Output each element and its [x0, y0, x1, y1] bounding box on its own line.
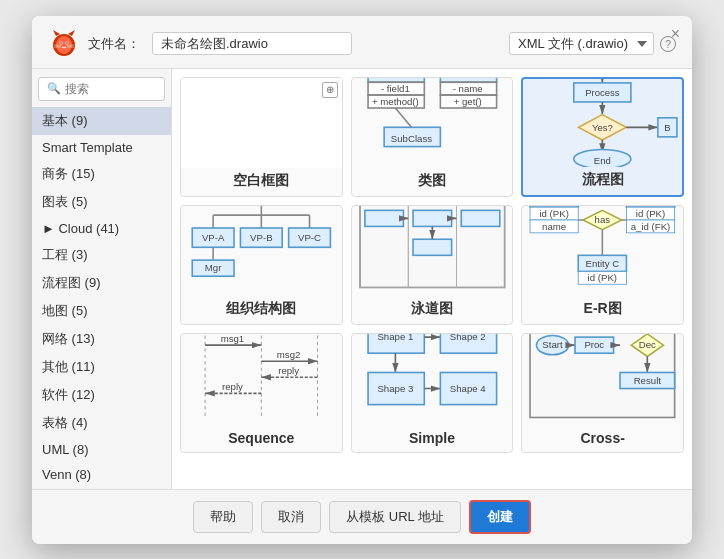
svg-text:+ get(): + get() — [453, 96, 481, 107]
template-card-class[interactable]: ⊕ ClassName - field1 + method() ClassB — [351, 77, 514, 197]
filename-label: 文件名： — [88, 35, 140, 53]
svg-text:Mgr: Mgr — [205, 262, 222, 273]
template-thumb-class: ⊕ ClassName - field1 + method() ClassB — [352, 77, 513, 168]
template-card-swimlane[interactable]: ⊕ Process Lane 1 Lane 2 — [351, 205, 514, 325]
template-card-cross[interactable]: ⊕ Col 1 Col 2 Col 3 — [521, 333, 684, 453]
dialog-body: 🔍 基本 (9) Smart Template 商务 (15) 图表 (5) ►… — [32, 69, 692, 489]
help-button[interactable]: 帮助 — [193, 501, 253, 533]
template-thumb-org: ⊕ CEO VP-A VP-B — [181, 205, 342, 296]
svg-marker-3 — [68, 30, 75, 36]
dialog: 文件名： XML 文件 (.drawio)PNG 图片 (.png)SVG 图片… — [32, 16, 692, 544]
sidebar-item-charts[interactable]: 图表 (5) — [32, 188, 171, 216]
filename-input[interactable] — [152, 32, 352, 55]
svg-text:VP-C: VP-C — [298, 232, 321, 243]
template-thumb-blank: ⊕ — [181, 78, 342, 168]
template-label-org: 组织结构图 — [226, 296, 296, 324]
svg-text:Shape 4: Shape 4 — [449, 383, 486, 394]
svg-text:VP-B: VP-B — [250, 232, 272, 243]
template-thumb-er: ⊕ Entity A id (PK) name has — [522, 205, 683, 296]
create-button[interactable]: 创建 — [469, 500, 531, 534]
sidebar-item-cloud[interactable]: ► Cloud (41) — [32, 216, 171, 241]
template-thumb-swimlane: ⊕ Process Lane 1 Lane 2 — [352, 205, 513, 296]
template-label-sequence: Sequence — [228, 426, 294, 452]
template-label-er: E-R图 — [584, 296, 622, 324]
template-card-blank[interactable]: ⊕ 空白框图 — [180, 77, 343, 197]
cancel-button[interactable]: 取消 — [261, 501, 321, 533]
svg-text:Result: Result — [634, 375, 662, 386]
sidebar-item-other[interactable]: 其他 (11) — [32, 353, 171, 381]
logo-icon — [48, 28, 80, 60]
svg-text:Dec: Dec — [639, 339, 656, 350]
svg-text:VP-A: VP-A — [202, 232, 225, 243]
template-grid: ⊕ 空白框图 ⊕ ClassName - field1 — [180, 77, 684, 453]
sidebar-item-business[interactable]: 商务 (15) — [32, 160, 171, 188]
svg-rect-76 — [413, 239, 452, 255]
template-card-er[interactable]: ⊕ Entity A id (PK) name has — [521, 205, 684, 325]
svg-text:reply: reply — [278, 365, 299, 376]
search-box: 🔍 — [38, 77, 165, 101]
svg-text:Start: Start — [543, 339, 564, 350]
svg-point-1 — [56, 36, 72, 54]
format-select[interactable]: XML 文件 (.drawio)PNG 图片 (.png)SVG 图片 (.sv… — [509, 32, 654, 55]
sidebar-item-table[interactable]: 表格 (4) — [32, 409, 171, 437]
svg-rect-71 — [365, 210, 404, 226]
template-label-simple: Simple — [409, 426, 455, 452]
svg-text:reply: reply — [222, 381, 243, 392]
template-card-simple[interactable]: ⊕ Shape 1 Shape 2 Shape 3 — [351, 333, 514, 453]
svg-text:Lane 1: Lane 1 — [369, 205, 398, 206]
url-button[interactable]: 从模板 URL 地址 — [329, 501, 461, 533]
sidebar-item-basic[interactable]: 基本 (9) — [32, 107, 171, 135]
template-thumb-sequence: ⊕ Actor A Actor B Actor C — [181, 333, 342, 426]
svg-text:B: B — [665, 121, 671, 132]
search-icon: 🔍 — [47, 82, 61, 95]
svg-text:ClassB: ClassB — [452, 77, 483, 80]
svg-text:SubClass: SubClass — [391, 133, 432, 144]
svg-text:id (PK): id (PK) — [540, 208, 569, 219]
content-area: ⊕ 空白框图 ⊕ ClassName - field1 — [172, 69, 692, 489]
template-card-org[interactable]: ⊕ CEO VP-A VP-B — [180, 205, 343, 325]
svg-text:Shape 2: Shape 2 — [449, 333, 485, 343]
template-label-cross: Cross- — [580, 426, 624, 452]
template-thumb-simple: ⊕ Shape 1 Shape 2 Shape 3 — [352, 333, 513, 426]
svg-text:Process: Process — [585, 86, 620, 97]
sidebar-item-network[interactable]: 网络 (13) — [32, 325, 171, 353]
svg-text:- name: - name — [452, 83, 482, 94]
format-container: XML 文件 (.drawio)PNG 图片 (.png)SVG 图片 (.sv… — [509, 32, 676, 55]
title-bar: 文件名： XML 文件 (.drawio)PNG 图片 (.png)SVG 图片… — [32, 16, 692, 69]
svg-text:has: has — [595, 214, 611, 225]
svg-text:Entity C: Entity C — [586, 258, 620, 269]
template-thumb-cross: ⊕ Col 1 Col 2 Col 3 — [522, 333, 683, 426]
footer: 帮助 取消 从模板 URL 地址 创建 — [32, 489, 692, 544]
svg-rect-73 — [413, 210, 452, 226]
svg-point-6 — [60, 42, 62, 44]
close-button[interactable]: × — [671, 26, 680, 42]
sidebar-item-flowchart[interactable]: 流程图 (9) — [32, 269, 171, 297]
svg-text:Lane 2: Lane 2 — [417, 205, 446, 206]
svg-text:id (PK): id (PK) — [588, 272, 617, 283]
sidebar-item-engineering[interactable]: 工程 (3) — [32, 241, 171, 269]
svg-text:ClassName: ClassName — [370, 77, 420, 80]
svg-rect-75 — [461, 210, 500, 226]
search-input[interactable] — [65, 82, 156, 96]
template-card-flowchart[interactable]: ⊕ Start — [521, 77, 684, 197]
sidebar-item-uml[interactable]: UML (8) — [32, 437, 171, 462]
svg-text:Shape 3: Shape 3 — [377, 383, 413, 394]
template-label-flowchart: 流程图 — [582, 167, 624, 195]
sidebar-item-map[interactable]: 地图 (5) — [32, 297, 171, 325]
template-label-swimlane: 泳道图 — [411, 296, 453, 324]
svg-text:Proc: Proc — [585, 339, 605, 350]
svg-text:+ method(): + method() — [372, 96, 419, 107]
template-card-sequence[interactable]: ⊕ Actor A Actor B Actor C — [180, 333, 343, 453]
svg-marker-2 — [53, 30, 60, 36]
template-label-class: 类图 — [418, 168, 446, 196]
template-thumb-flowchart: ⊕ Start — [523, 77, 682, 167]
svg-line-30 — [395, 108, 411, 127]
zoom-icon-blank[interactable]: ⊕ — [322, 82, 338, 98]
svg-point-7 — [66, 42, 68, 44]
svg-text:name: name — [542, 221, 566, 232]
sidebar-item-smart-template[interactable]: Smart Template — [32, 135, 171, 160]
svg-text:Shape 1: Shape 1 — [377, 333, 413, 343]
sidebar: 🔍 基本 (9) Smart Template 商务 (15) 图表 (5) ►… — [32, 69, 172, 489]
sidebar-item-software[interactable]: 软件 (12) — [32, 381, 171, 409]
sidebar-item-venn[interactable]: Venn (8) — [32, 462, 171, 487]
